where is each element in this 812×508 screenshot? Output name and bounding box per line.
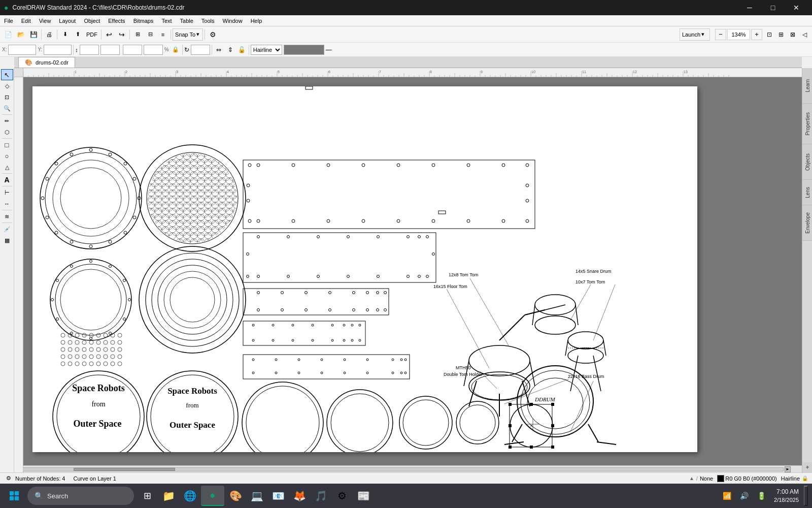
zoom-fit-button[interactable]: ⊡: [764, 29, 775, 40]
scroll-right-button[interactable]: ►: [785, 466, 791, 472]
horizontal-scrollbar[interactable]: ◄ ►: [14, 465, 802, 472]
eyedropper-tool-button[interactable]: 💉: [1, 224, 13, 235]
open-button[interactable]: 📂: [15, 28, 27, 41]
svg-text:12x8 Tom Tom: 12x8 Tom Tom: [449, 272, 478, 277]
start-button[interactable]: [4, 486, 24, 506]
right-tab-lens[interactable]: Lens: [802, 180, 812, 205]
battery-icon[interactable]: 🔋: [754, 486, 769, 506]
zoom-input[interactable]: [727, 29, 750, 40]
width-input[interactable]: 1.0: [80, 45, 99, 55]
taskbar-app-news[interactable]: 📰: [353, 486, 374, 506]
undo-button[interactable]: ↩: [103, 28, 115, 41]
right-tab-envelope[interactable]: Envelope: [802, 205, 812, 241]
import-button[interactable]: ⬇: [59, 28, 71, 41]
taskbar-app-email[interactable]: 📧: [268, 486, 288, 506]
width2-input[interactable]: 41.7: [123, 45, 142, 55]
canvas-content[interactable]: DDRUM: [23, 77, 802, 472]
taskbar-search[interactable]: 🔍 Search: [27, 487, 134, 505]
zoom-in-button[interactable]: +: [751, 29, 762, 40]
minimize-button[interactable]: ─: [738, 0, 761, 15]
network-icon[interactable]: 📶: [719, 486, 734, 506]
color-value: R0 G0 B0 (#000000): [725, 475, 777, 482]
new-button[interactable]: 📄: [2, 28, 14, 41]
taskbar-app-settings[interactable]: ⚙: [332, 486, 352, 506]
view-btn3[interactable]: ≡: [157, 28, 169, 41]
options-button[interactable]: ⚙: [207, 28, 219, 41]
redo-button[interactable]: ↪: [116, 28, 128, 41]
height-input[interactable]: 1.0: [100, 45, 120, 55]
right-tab-objects[interactable]: Objects: [802, 144, 812, 180]
launch-button[interactable]: Launch ▾: [680, 28, 710, 41]
mirror-v-button[interactable]: ⇕: [225, 45, 235, 55]
taskbar-app-file-explorer[interactable]: 📁: [158, 486, 179, 506]
menu-tools[interactable]: Tools: [197, 17, 219, 25]
maximize-button[interactable]: □: [761, 0, 785, 15]
statusbar-options-button[interactable]: ⚙: [4, 474, 13, 483]
show-desktop-button[interactable]: [804, 486, 808, 506]
pdf-button[interactable]: PDF: [84, 28, 99, 41]
scroll-track[interactable]: [22, 467, 784, 471]
right-tab-learn[interactable]: Learn: [802, 68, 812, 104]
polygon-tool-button[interactable]: △: [1, 162, 13, 173]
ellipse-tool-button[interactable]: ○: [1, 150, 13, 162]
taskbar-app-browser2[interactable]: 🦊: [289, 486, 310, 506]
svg-point-257: [526, 199, 529, 202]
save-button[interactable]: 💾: [27, 28, 40, 41]
smart-fill-tool-button[interactable]: ⬡: [1, 126, 13, 138]
angle-input[interactable]: 0.0: [191, 45, 210, 55]
taskbar-app-files[interactable]: 💻: [247, 486, 267, 506]
zoom-page-button[interactable]: ⊞: [775, 29, 787, 40]
export-button[interactable]: ⬆: [72, 28, 84, 41]
menu-view[interactable]: View: [35, 17, 55, 25]
taskbar-app-music[interactable]: 🎵: [311, 486, 331, 506]
task-view-button[interactable]: ⊞: [137, 486, 157, 506]
print-button[interactable]: 🖨: [43, 28, 55, 41]
menu-effects[interactable]: Effects: [104, 17, 129, 25]
view-btn1[interactable]: ⊞: [131, 28, 144, 41]
zoom-width-button[interactable]: ⊠: [787, 29, 798, 40]
outline-select[interactable]: Hairline 0.1mm 0.25mm 0.5mm 1mm: [251, 45, 282, 55]
menu-edit[interactable]: Edit: [17, 17, 35, 25]
x-input[interactable]: 13.49: [8, 45, 36, 55]
document-tab-drums02[interactable]: 🎨 drums-02.cdr: [18, 57, 75, 68]
right-tab-properties[interactable]: Properties: [802, 104, 812, 144]
menu-window[interactable]: Window: [219, 17, 247, 25]
menu-table[interactable]: Table: [176, 17, 197, 25]
close-button[interactable]: ✕: [785, 0, 808, 15]
taskbar-app-corel[interactable]: ●: [201, 486, 224, 506]
freehand-tool-button[interactable]: ✏: [1, 115, 13, 126]
scroll-thumb[interactable]: [74, 468, 175, 471]
blend-tool-button[interactable]: ≋: [1, 211, 13, 222]
menu-bitmaps[interactable]: Bitmaps: [129, 17, 158, 25]
menu-help[interactable]: Help: [247, 17, 266, 25]
taskbar-clock[interactable]: 7:00 AM 2/18/2025: [771, 488, 802, 503]
lock-aspect-button[interactable]: 🔒: [171, 45, 181, 55]
node-tool-button[interactable]: ◇: [1, 80, 13, 91]
parallel-dim-tool-button[interactable]: ⊢: [1, 187, 13, 198]
connector-tool-button[interactable]: ↔: [1, 198, 13, 209]
taskbar-app-browser1[interactable]: 🌐: [180, 486, 200, 506]
text-tool-button[interactable]: A: [1, 174, 13, 185]
right-tab-expand[interactable]: +: [802, 462, 812, 472]
y-input[interactable]: 16.358: [44, 45, 72, 55]
menu-text[interactable]: Text: [157, 17, 176, 25]
zoom-out-button[interactable]: −: [715, 29, 726, 40]
taskbar-app-paint[interactable]: 🎨: [225, 486, 246, 506]
menu-file[interactable]: File: [0, 17, 17, 25]
toolbar-separator-6: [205, 29, 205, 40]
rectangle-tool-button[interactable]: □: [1, 139, 13, 150]
snap-to-button[interactable]: Snap To ▾: [173, 28, 203, 41]
height2-input[interactable]: 41.7: [144, 45, 163, 55]
mirror-h-button[interactable]: ⇔: [214, 45, 224, 55]
outline-color-input[interactable]: [284, 45, 324, 55]
volume-icon[interactable]: 🔊: [736, 486, 752, 506]
zoom-prev-button[interactable]: ◁: [799, 29, 810, 40]
menu-layout[interactable]: Layout: [55, 17, 80, 25]
select-tool-button[interactable]: ↖: [1, 69, 13, 80]
view-btn2[interactable]: ⊟: [144, 28, 156, 41]
menu-object[interactable]: Object: [80, 17, 104, 25]
zoom-tool-button[interactable]: 🔍: [1, 103, 13, 114]
lock-button[interactable]: 🔓: [237, 45, 247, 55]
crop-tool-button[interactable]: ⊡: [1, 91, 13, 103]
fill-tool-button[interactable]: ▦: [1, 235, 13, 246]
